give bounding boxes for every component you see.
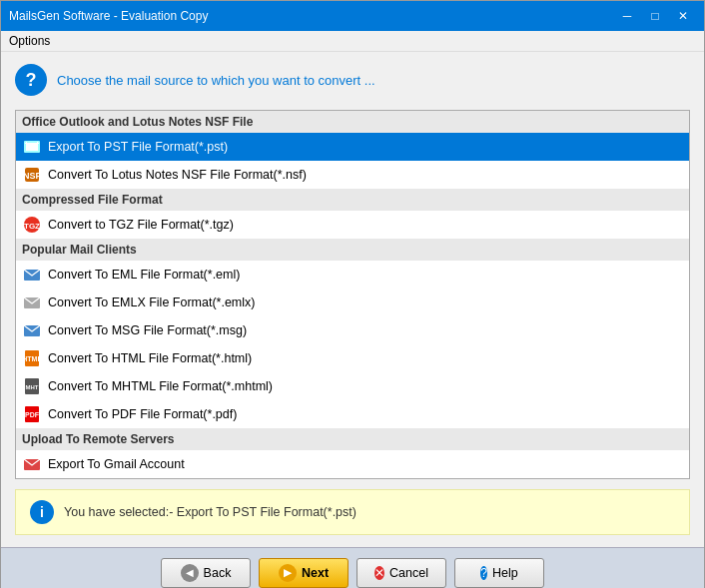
item-label: Convert to TGZ File Format(*.tgz) (48, 218, 234, 232)
item-label: Convert To MSG File Format(*.msg) (48, 323, 247, 337)
list-item[interactable]: Export To Gmail Account (16, 450, 689, 478)
help-label: Help (492, 566, 518, 580)
item-label: Convert To EML File Format(*.eml) (48, 268, 240, 282)
cancel-icon: ✕ (374, 566, 384, 580)
header-row: ? Choose the mail source to which you wa… (15, 64, 690, 100)
maximize-button[interactable]: □ (642, 6, 668, 26)
item-label: Convert To EMLX File Format(*.emlx) (48, 295, 255, 309)
list-category: Upload To Remote Servers (16, 428, 689, 450)
svg-text:NSF: NSF (23, 171, 41, 181)
window-title: MailsGen Software - Evaluation Copy (9, 9, 208, 23)
cancel-button[interactable]: ✕ Cancel (356, 558, 446, 588)
svg-text:HTML: HTML (23, 355, 41, 362)
item-label: Convert To Lotus Notes NSF File Format(*… (48, 168, 307, 182)
item-label: Convert To HTML File Format(*.html) (48, 351, 252, 365)
close-button[interactable]: ✕ (670, 6, 696, 26)
info-text: You have selected:- Export To PST File F… (64, 505, 356, 519)
pdf-icon: PDF (22, 404, 42, 424)
format-list[interactable]: Office Outlook and Lotus Notes NSF FileE… (15, 110, 690, 479)
svg-text:PDF: PDF (25, 411, 40, 418)
tgz-icon: TGZ (22, 215, 42, 235)
list-item[interactable]: PDFConvert To PDF File Format(*.pdf) (16, 400, 689, 428)
title-bar: MailsGen Software - Evaluation Copy ─ □ … (1, 1, 704, 31)
cancel-label: Cancel (389, 566, 428, 580)
prompt-text: Choose the mail source to which you want… (57, 73, 375, 88)
next-label: Next (302, 566, 329, 580)
nsf-icon: NSF (22, 165, 42, 185)
svg-text:MHT: MHT (26, 384, 39, 390)
options-menu[interactable]: Options (9, 34, 50, 48)
back-arrow-icon: ◀ (181, 564, 199, 582)
info-icon: i (30, 500, 54, 524)
back-label: Back (204, 566, 232, 580)
item-label: Export To PST File Format(*.pst) (48, 140, 228, 154)
main-window: MailsGen Software - Evaluation Copy ─ □ … (0, 0, 705, 588)
main-content: ? Choose the mail source to which you wa… (1, 52, 704, 547)
svg-text:TGZ: TGZ (24, 222, 40, 231)
list-item[interactable]: Convert To EML File Format(*.eml) (16, 261, 689, 289)
item-label: Convert To PDF File Format(*.pdf) (48, 407, 237, 421)
list-item[interactable]: Export To PST File Format(*.pst) (16, 133, 689, 161)
html-icon: HTML (22, 348, 42, 368)
next-button[interactable]: ▶ Next (259, 558, 349, 588)
eml-icon (22, 265, 42, 285)
mhtml-icon: MHT (22, 376, 42, 396)
help-icon: ? (480, 566, 487, 580)
title-bar-controls: ─ □ ✕ (614, 6, 696, 26)
list-category: Popular Mail Clients (16, 239, 689, 261)
list-item[interactable]: TGZConvert to TGZ File Format(*.tgz) (16, 211, 689, 239)
list-item[interactable]: MHTConvert To MHTML File Format(*.mhtml) (16, 372, 689, 400)
back-button[interactable]: ◀ Back (161, 558, 251, 588)
emlx-icon (22, 293, 42, 312)
list-item[interactable]: HTMLConvert To HTML File Format(*.html) (16, 344, 689, 372)
help-button[interactable]: ? Help (454, 558, 544, 588)
msg-icon (22, 320, 42, 340)
next-arrow-icon: ▶ (279, 564, 297, 582)
info-box: i You have selected:- Export To PST File… (15, 489, 690, 535)
pst-icon (22, 137, 42, 157)
item-label: Export To Gmail Account (48, 457, 185, 471)
question-icon: ? (15, 64, 47, 96)
list-item[interactable]: Convert To MSG File Format(*.msg) (16, 316, 689, 344)
minimize-button[interactable]: ─ (614, 6, 640, 26)
gmail-icon (22, 454, 42, 474)
item-label: Convert To MHTML File Format(*.mhtml) (48, 379, 273, 393)
list-category: Compressed File Format (16, 189, 689, 211)
list-item[interactable]: Convert To EMLX File Format(*.emlx) (16, 289, 689, 316)
menu-bar: Options (1, 31, 704, 52)
list-category: Office Outlook and Lotus Notes NSF File (16, 111, 689, 133)
list-item[interactable]: NSFConvert To Lotus Notes NSF File Forma… (16, 161, 689, 189)
footer: ◀ Back ▶ Next ✕ Cancel ? Help (1, 547, 704, 588)
